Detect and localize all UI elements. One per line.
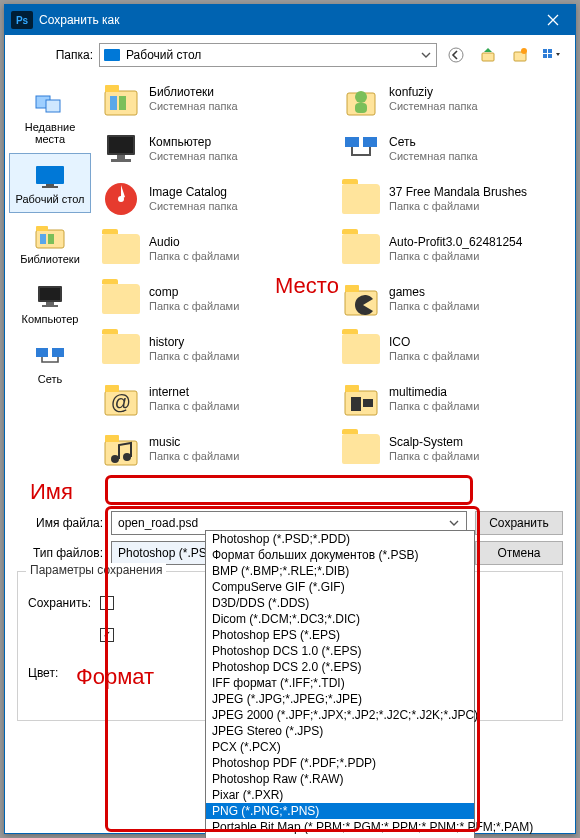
save-button[interactable]: Сохранить [475,511,563,535]
sidebar-item-libs[interactable]: Библиотеки [5,213,95,273]
svg-rect-7 [548,54,552,58]
file-item[interactable]: @internetПапка с файлами [101,379,335,419]
svg-rect-25 [110,96,117,110]
color-sub-label: Цвет: [28,666,92,680]
filetype-dropdown[interactable]: Photoshop (*.PSD;*.PDD)Формат больших до… [205,530,475,838]
filetype-option[interactable]: D3D/DDS (*.DDS) [206,595,474,611]
svg-rect-11 [46,184,54,186]
file-area[interactable]: БиблиотекиСистемная папкаkonfuziyСистемн… [95,75,575,505]
filetype-option[interactable]: Photoshop Raw (*.RAW) [206,771,474,787]
svg-rect-12 [42,186,58,188]
sidebar-item-desktop[interactable]: Рабочий стол [9,153,91,213]
view-menu-button[interactable] [539,43,565,67]
pc-icon [101,129,141,169]
file-sub: Папка с файлами [389,350,479,364]
back-button[interactable] [443,43,469,67]
svg-rect-34 [345,137,359,147]
folder-icon [101,329,141,369]
sidebar-item-label: Компьютер [22,313,79,325]
cancel-button[interactable]: Отмена [475,541,563,565]
filetype-option[interactable]: Photoshop DCS 1.0 (*.EPS) [206,643,474,659]
svg-rect-35 [363,137,377,147]
filetype-option[interactable]: JPEG Stereo (*.JPS) [206,723,474,739]
svg-rect-5 [548,49,552,53]
filetype-option[interactable]: Photoshop DCS 2.0 (*.EPS) [206,659,474,675]
file-item[interactable]: konfuziyСистемная папка [341,79,575,119]
svg-point-50 [123,453,131,461]
file-sub: Папка с файлами [149,250,239,264]
svg-rect-46 [363,399,373,407]
titlebar: Ps Сохранить как [5,5,575,35]
folder-label: Папка: [15,48,93,62]
music-icon [101,429,141,469]
recent-icon [32,89,68,119]
desktop-icon [104,49,120,61]
filetype-option[interactable]: PNG (*.PNG;*.PNS) [206,803,474,819]
file-sub: Папка с файлами [389,450,479,464]
filetype-option[interactable]: CompuServe GIF (*.GIF) [206,579,474,595]
filetype-option[interactable]: Photoshop EPS (*.EPS) [206,627,474,643]
svg-text:@: @ [111,391,131,413]
places-sidebar: Недавние местаРабочий столБиблиотекиКомп… [5,75,95,505]
file-item[interactable]: musicПапка с файлами [101,429,335,469]
filetype-option[interactable]: Формат больших документов (*.PSB) [206,547,474,563]
file-name: Scalp-System [389,435,479,450]
filetype-option[interactable]: Pixar (*.PXR) [206,787,474,803]
file-item[interactable]: multimediaПапка с файлами [341,379,575,419]
file-name: games [389,285,479,300]
file-name: multimedia [389,385,479,400]
file-item[interactable]: historyПапка с файлами [101,329,335,369]
folder-icon [341,429,381,469]
sidebar-item-label: Недавние места [25,121,76,145]
file-sub: Папка с файлами [149,450,239,464]
net-icon [341,129,381,169]
file-item[interactable]: Auto-Profit3.0_62481254Папка с файлами [341,229,575,269]
filetype-option[interactable]: JPEG 2000 (*.JPF;*.JPX;*.JP2;*.J2C;*.J2K… [206,707,474,723]
sidebar-item-pc[interactable]: Компьютер [5,273,95,333]
file-item[interactable]: ICOПапка с файлами [341,329,575,369]
folder-combo[interactable]: Рабочий стол [99,43,437,67]
new-folder-button[interactable] [507,43,533,67]
svg-point-37 [118,196,124,202]
svg-point-3 [521,48,527,54]
file-item[interactable]: КомпьютерСистемная папка [101,129,335,169]
desktop-icon [32,161,68,191]
file-item[interactable]: СетьСистемная папка [341,129,575,169]
sidebar-item-recent[interactable]: Недавние места [5,81,95,153]
filetype-option[interactable]: IFF формат (*.IFF;*.TDI) [206,675,474,691]
file-name: music [149,435,239,450]
checkbox-checked[interactable]: ✓ [100,628,114,642]
file-name: konfuziy [389,85,478,100]
file-item[interactable]: Image CatalogСистемная папка [101,179,335,219]
svg-rect-21 [36,348,48,357]
svg-rect-6 [543,54,547,58]
up-button[interactable] [475,43,501,67]
file-item[interactable]: 37 Free Mandala BrushesПапка с файлами [341,179,575,219]
save-sub-label: Сохранить: [28,596,92,610]
svg-rect-9 [46,100,60,112]
filetype-option[interactable]: BMP (*.BMP;*.RLE;*.DIB) [206,563,474,579]
file-item[interactable]: compПапка с файлами [101,279,335,319]
folder-icon [341,329,381,369]
file-item[interactable]: AudioПапка с файлами [101,229,335,269]
folder-icon [341,229,381,269]
filetype-option[interactable]: Dicom (*.DCM;*.DC3;*.DIC) [206,611,474,627]
svg-rect-14 [36,226,48,231]
svg-rect-45 [351,397,361,411]
file-name: Компьютер [149,135,238,150]
checkbox[interactable] [100,596,114,610]
sidebar-item-net[interactable]: Сеть [5,333,95,393]
filetype-option[interactable]: Portable Bit Map (*.PBM;*.PGM;*.PPM;*.PN… [206,819,474,835]
filename-label: Имя файла: [17,516,103,530]
file-item[interactable]: БиблиотекиСистемная папка [101,79,335,119]
filetype-option[interactable]: PCX (*.PCX) [206,739,474,755]
chevron-down-icon [420,48,432,62]
file-item[interactable]: gamesПапка с файлами [341,279,575,319]
close-button[interactable] [531,5,575,35]
filetype-option[interactable]: JPEG (*.JPG;*.JPEG;*.JPE) [206,691,474,707]
svg-rect-1 [482,53,494,61]
file-item[interactable]: Scalp-SystemПапка с файлами [341,429,575,469]
filetype-option[interactable]: Photoshop (*.PSD;*.PDD) [206,531,474,547]
net-icon [32,341,68,371]
filetype-option[interactable]: Photoshop PDF (*.PDF;*.PDP) [206,755,474,771]
